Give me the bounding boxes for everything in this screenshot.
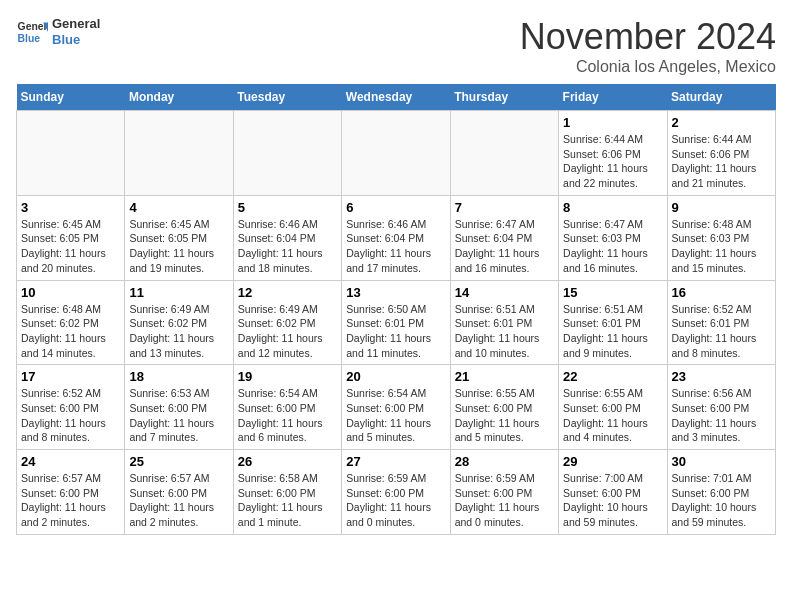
calendar-day: 16Sunrise: 6:52 AMSunset: 6:01 PMDayligh… — [667, 280, 775, 365]
week-row: 10Sunrise: 6:48 AMSunset: 6:02 PMDayligh… — [17, 280, 776, 365]
day-number: 7 — [455, 200, 554, 215]
day-number: 8 — [563, 200, 662, 215]
day-number: 30 — [672, 454, 771, 469]
day-number: 18 — [129, 369, 228, 384]
calendar-day — [233, 111, 341, 196]
day-number: 15 — [563, 285, 662, 300]
weekday-header: Monday — [125, 84, 233, 111]
logo: General Blue General Blue — [16, 16, 100, 48]
day-info: Sunrise: 6:47 AMSunset: 6:03 PMDaylight:… — [563, 217, 662, 276]
week-row: 1Sunrise: 6:44 AMSunset: 6:06 PMDaylight… — [17, 111, 776, 196]
day-info: Sunrise: 6:52 AMSunset: 6:01 PMDaylight:… — [672, 302, 771, 361]
calendar-day: 23Sunrise: 6:56 AMSunset: 6:00 PMDayligh… — [667, 365, 775, 450]
day-number: 20 — [346, 369, 445, 384]
calendar-day: 27Sunrise: 6:59 AMSunset: 6:00 PMDayligh… — [342, 450, 450, 535]
day-info: Sunrise: 6:55 AMSunset: 6:00 PMDaylight:… — [563, 386, 662, 445]
day-number: 9 — [672, 200, 771, 215]
calendar-day: 30Sunrise: 7:01 AMSunset: 6:00 PMDayligh… — [667, 450, 775, 535]
calendar-day: 14Sunrise: 6:51 AMSunset: 6:01 PMDayligh… — [450, 280, 558, 365]
day-info: Sunrise: 6:44 AMSunset: 6:06 PMDaylight:… — [672, 132, 771, 191]
calendar-day: 22Sunrise: 6:55 AMSunset: 6:00 PMDayligh… — [559, 365, 667, 450]
day-info: Sunrise: 6:59 AMSunset: 6:00 PMDaylight:… — [455, 471, 554, 530]
week-row: 24Sunrise: 6:57 AMSunset: 6:00 PMDayligh… — [17, 450, 776, 535]
day-number: 16 — [672, 285, 771, 300]
day-number: 23 — [672, 369, 771, 384]
day-info: Sunrise: 6:48 AMSunset: 6:03 PMDaylight:… — [672, 217, 771, 276]
title-section: November 2024 Colonia los Angeles, Mexic… — [520, 16, 776, 76]
day-number: 10 — [21, 285, 120, 300]
calendar-day: 9Sunrise: 6:48 AMSunset: 6:03 PMDaylight… — [667, 195, 775, 280]
day-number: 5 — [238, 200, 337, 215]
calendar-day: 18Sunrise: 6:53 AMSunset: 6:00 PMDayligh… — [125, 365, 233, 450]
logo-icon: General Blue — [16, 16, 48, 48]
day-info: Sunrise: 7:01 AMSunset: 6:00 PMDaylight:… — [672, 471, 771, 530]
calendar-day — [17, 111, 125, 196]
weekday-header: Tuesday — [233, 84, 341, 111]
page-header: General Blue General Blue November 2024 … — [16, 16, 776, 76]
calendar-day: 17Sunrise: 6:52 AMSunset: 6:00 PMDayligh… — [17, 365, 125, 450]
day-info: Sunrise: 6:47 AMSunset: 6:04 PMDaylight:… — [455, 217, 554, 276]
svg-text:General: General — [18, 21, 48, 32]
week-row: 17Sunrise: 6:52 AMSunset: 6:00 PMDayligh… — [17, 365, 776, 450]
day-info: Sunrise: 6:53 AMSunset: 6:00 PMDaylight:… — [129, 386, 228, 445]
day-info: Sunrise: 7:00 AMSunset: 6:00 PMDaylight:… — [563, 471, 662, 530]
logo-line1: General — [52, 16, 100, 32]
day-number: 28 — [455, 454, 554, 469]
day-number: 24 — [21, 454, 120, 469]
calendar-day: 15Sunrise: 6:51 AMSunset: 6:01 PMDayligh… — [559, 280, 667, 365]
calendar-day: 25Sunrise: 6:57 AMSunset: 6:00 PMDayligh… — [125, 450, 233, 535]
month-title: November 2024 — [520, 16, 776, 58]
calendar-day: 6Sunrise: 6:46 AMSunset: 6:04 PMDaylight… — [342, 195, 450, 280]
day-number: 22 — [563, 369, 662, 384]
calendar-day: 29Sunrise: 7:00 AMSunset: 6:00 PMDayligh… — [559, 450, 667, 535]
day-number: 27 — [346, 454, 445, 469]
weekday-header: Friday — [559, 84, 667, 111]
calendar-day: 26Sunrise: 6:58 AMSunset: 6:00 PMDayligh… — [233, 450, 341, 535]
day-number: 17 — [21, 369, 120, 384]
day-number: 3 — [21, 200, 120, 215]
calendar-day: 20Sunrise: 6:54 AMSunset: 6:00 PMDayligh… — [342, 365, 450, 450]
day-info: Sunrise: 6:57 AMSunset: 6:00 PMDaylight:… — [129, 471, 228, 530]
day-info: Sunrise: 6:55 AMSunset: 6:00 PMDaylight:… — [455, 386, 554, 445]
calendar-day: 13Sunrise: 6:50 AMSunset: 6:01 PMDayligh… — [342, 280, 450, 365]
calendar-day: 10Sunrise: 6:48 AMSunset: 6:02 PMDayligh… — [17, 280, 125, 365]
day-info: Sunrise: 6:56 AMSunset: 6:00 PMDaylight:… — [672, 386, 771, 445]
day-info: Sunrise: 6:45 AMSunset: 6:05 PMDaylight:… — [129, 217, 228, 276]
day-number: 2 — [672, 115, 771, 130]
day-info: Sunrise: 6:48 AMSunset: 6:02 PMDaylight:… — [21, 302, 120, 361]
day-number: 21 — [455, 369, 554, 384]
weekday-header: Sunday — [17, 84, 125, 111]
calendar-day: 28Sunrise: 6:59 AMSunset: 6:00 PMDayligh… — [450, 450, 558, 535]
weekday-header: Thursday — [450, 84, 558, 111]
day-number: 4 — [129, 200, 228, 215]
calendar-day: 1Sunrise: 6:44 AMSunset: 6:06 PMDaylight… — [559, 111, 667, 196]
calendar-day: 5Sunrise: 6:46 AMSunset: 6:04 PMDaylight… — [233, 195, 341, 280]
calendar-day: 21Sunrise: 6:55 AMSunset: 6:00 PMDayligh… — [450, 365, 558, 450]
calendar-day: 3Sunrise: 6:45 AMSunset: 6:05 PMDaylight… — [17, 195, 125, 280]
day-number: 14 — [455, 285, 554, 300]
calendar-day: 4Sunrise: 6:45 AMSunset: 6:05 PMDaylight… — [125, 195, 233, 280]
calendar-day: 11Sunrise: 6:49 AMSunset: 6:02 PMDayligh… — [125, 280, 233, 365]
weekday-header: Wednesday — [342, 84, 450, 111]
day-info: Sunrise: 6:51 AMSunset: 6:01 PMDaylight:… — [455, 302, 554, 361]
week-row: 3Sunrise: 6:45 AMSunset: 6:05 PMDaylight… — [17, 195, 776, 280]
day-info: Sunrise: 6:45 AMSunset: 6:05 PMDaylight:… — [21, 217, 120, 276]
day-info: Sunrise: 6:50 AMSunset: 6:01 PMDaylight:… — [346, 302, 445, 361]
day-info: Sunrise: 6:49 AMSunset: 6:02 PMDaylight:… — [129, 302, 228, 361]
day-number: 1 — [563, 115, 662, 130]
calendar-day: 8Sunrise: 6:47 AMSunset: 6:03 PMDaylight… — [559, 195, 667, 280]
day-number: 25 — [129, 454, 228, 469]
day-info: Sunrise: 6:49 AMSunset: 6:02 PMDaylight:… — [238, 302, 337, 361]
weekday-header: Saturday — [667, 84, 775, 111]
day-number: 26 — [238, 454, 337, 469]
day-number: 13 — [346, 285, 445, 300]
day-info: Sunrise: 6:58 AMSunset: 6:00 PMDaylight:… — [238, 471, 337, 530]
calendar-day: 12Sunrise: 6:49 AMSunset: 6:02 PMDayligh… — [233, 280, 341, 365]
svg-text:Blue: Blue — [18, 33, 41, 44]
day-info: Sunrise: 6:52 AMSunset: 6:00 PMDaylight:… — [21, 386, 120, 445]
calendar-day: 2Sunrise: 6:44 AMSunset: 6:06 PMDaylight… — [667, 111, 775, 196]
day-info: Sunrise: 6:54 AMSunset: 6:00 PMDaylight:… — [346, 386, 445, 445]
logo-line2: Blue — [52, 32, 100, 48]
calendar-day: 19Sunrise: 6:54 AMSunset: 6:00 PMDayligh… — [233, 365, 341, 450]
day-info: Sunrise: 6:51 AMSunset: 6:01 PMDaylight:… — [563, 302, 662, 361]
